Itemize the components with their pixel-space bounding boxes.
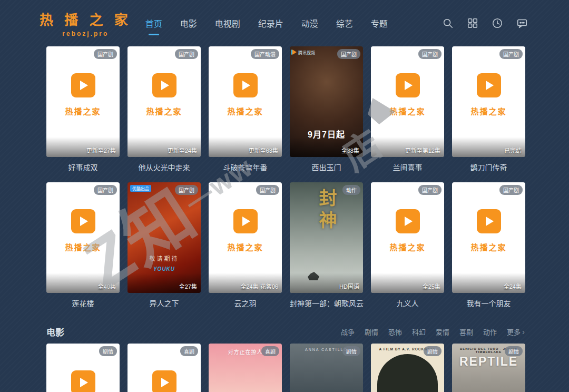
nav-item-5[interactable]: 综艺 [336, 17, 353, 30]
category-badge: 喜剧 [180, 346, 198, 356]
video-card-poster[interactable]: ANNA CASTILLO剧情 [290, 344, 363, 392]
video-card-poster[interactable]: 热播之家 国产剧 全24集 [452, 182, 525, 293]
video-card[interactable]: 热播之家 国产剧 更新至24集 他从火光中走来 [127, 46, 201, 182]
site-logo[interactable]: 热 播 之 家 rebozj.pro [40, 9, 132, 37]
video-card-poster[interactable]: 热播之家 喜剧 [127, 344, 201, 392]
video-card[interactable]: 热播之家 喜剧 [127, 344, 201, 392]
video-card[interactable]: 腾讯视频9月7日起国产剧 全38集 西出玉门 [290, 46, 363, 182]
placeholder-brand-text: 热播之家 [227, 241, 263, 252]
search-icon[interactable] [442, 17, 454, 29]
genre-filter-1[interactable]: 剧情 [365, 327, 378, 337]
poster-text: 9月7日起 [290, 128, 363, 140]
genre-filter-2[interactable]: 恐怖 [388, 327, 402, 337]
video-card-poster[interactable]: A FILM BY A.V. ROCKWELLTeyana TaylorA TH… [371, 344, 444, 392]
nav-item-3[interactable]: 纪录片 [258, 17, 283, 30]
episode-status-label: 更新至24集 [168, 146, 197, 154]
play-button-icon [71, 209, 95, 233]
placeholder-brand-text: 热播之家 [389, 105, 425, 116]
video-card[interactable]: 热播之家 国产剧 更新至第12集 兰闺喜事 [371, 46, 444, 182]
video-card-poster[interactable]: 热播之家 剧情 [46, 344, 120, 392]
video-card-title: 好事成双 [46, 163, 120, 172]
video-card-poster[interactable]: 热播之家 国产剧 更新至24集 [127, 46, 201, 157]
placeholder-brand-text: 热播之家 [65, 241, 101, 252]
genre-filter-0[interactable]: 战争 [341, 327, 355, 337]
site-logo-title: 热 播 之 家 [40, 9, 132, 28]
video-card[interactable]: 热播之家 国产剧 全24集 花絮06 云之羽 [209, 182, 282, 318]
category-badge: 剧情 [342, 346, 360, 356]
video-card-poster[interactable]: BENICIO DEL TORO · JUSTIN TIMBERLAKEREPT… [452, 344, 525, 392]
play-button-icon [152, 73, 176, 97]
placeholder-brand-text: 热播之家 [227, 105, 263, 116]
nav-item-4[interactable]: 动漫 [301, 17, 318, 30]
video-card-poster[interactable]: 对方正在撩人喜剧 [209, 344, 282, 392]
play-button-icon [477, 73, 501, 97]
placeholder-brand-text: 热播之家 [389, 241, 425, 252]
video-card-title: 九义人 [371, 299, 444, 308]
video-card-poster[interactable]: 封神动作 HD国语 [290, 182, 363, 293]
header-actions [442, 17, 528, 29]
video-card-poster[interactable]: 热播之家 国产动漫 更新至63集 [209, 46, 282, 157]
video-card-title: 鹊刀门传奇 [452, 163, 525, 172]
play-button-icon [71, 370, 95, 392]
poster-text: REPTILE [452, 355, 525, 369]
category-badge: 国产剧 [175, 49, 198, 59]
video-card-poster[interactable]: 热播之家 国产剧 全25集 [371, 182, 444, 293]
video-card[interactable]: 热播之家 国产动漫 更新至63集 斗破苍穹年番 [209, 46, 282, 182]
genre-filter-5[interactable]: 喜剧 [459, 327, 473, 337]
play-button-icon [71, 73, 95, 97]
category-badge: 国产剧 [418, 185, 442, 195]
history-icon[interactable] [492, 17, 503, 29]
genre-filter-6[interactable]: 动作 [483, 327, 497, 337]
category-badge: 国产剧 [94, 185, 117, 195]
nav-item-2[interactable]: 电视剧 [215, 17, 240, 30]
video-card[interactable]: BENICIO DEL TORO · JUSTIN TIMBERLAKEREPT… [452, 344, 525, 392]
play-button-icon [152, 370, 176, 392]
video-card-poster[interactable]: 热播之家 国产剧 更新至27集 [46, 46, 120, 157]
video-card[interactable]: 封神动作 HD国语 封神第一部：朝歌风云 [290, 182, 363, 318]
episode-status-label: 全24集 花絮06 [240, 282, 278, 290]
nav-item-0[interactable]: 首页 [145, 17, 162, 30]
genre-filter-3[interactable]: 科幻 [412, 327, 426, 337]
feedback-icon[interactable] [516, 17, 528, 29]
video-card[interactable]: 热播之家 国产剧 更新至27集 好事成双 [46, 46, 120, 182]
category-badge: 喜剧 [261, 346, 279, 356]
video-card[interactable]: 热播之家 国产剧 已完结 鹊刀门传奇 [452, 46, 525, 182]
video-card-poster[interactable]: 热播之家 国产剧 全40集 [46, 182, 120, 293]
placeholder-brand-text: 热播之家 [146, 105, 182, 116]
video-card-poster[interactable]: 热播之家 国产剧 更新至第12集 [371, 46, 444, 157]
movie-genre-filters: 战争剧情恐怖科幻爱情喜剧动作更多› [341, 327, 525, 337]
play-button-icon [233, 209, 258, 233]
episode-status-label: 更新至第12集 [405, 146, 440, 154]
video-card[interactable]: 热播之家 国产剧 全24集 我有一个朋友 [452, 182, 525, 318]
movie-card-grid: 热播之家 剧情 热播之家 喜剧 对方正在撩人喜剧 ANNA CASTILLO剧情 [46, 344, 525, 392]
video-card[interactable]: A FILM BY A.V. ROCKWELLTeyana TaylorA TH… [371, 344, 444, 392]
genre-filter-more[interactable]: 更多› [507, 327, 525, 337]
top-navigation-bar: 热 播 之 家 rebozj.pro 首页电影电视剧纪录片动漫综艺专题 [0, 0, 569, 46]
category-badge: 国产剧 [94, 49, 117, 59]
video-card-poster[interactable]: 优酷出品敬请期待YOUKU国产剧 全27集 [127, 182, 201, 293]
nav-item-6[interactable]: 专题 [371, 17, 388, 30]
play-button-icon [396, 209, 420, 233]
video-card-poster[interactable]: 热播之家 国产剧 已完结 [452, 46, 525, 157]
category-badge: 国产剧 [256, 185, 279, 195]
category-badge: 国产剧 [499, 185, 523, 195]
video-card[interactable]: ANNA CASTILLO剧情 [290, 344, 363, 392]
video-card[interactable]: 热播之家 国产剧 全40集 莲花楼 [46, 182, 120, 318]
video-card[interactable]: 热播之家 剧情 [46, 344, 120, 392]
video-card-title: 西出玉门 [290, 163, 363, 172]
video-card-title: 云之羽 [209, 299, 282, 308]
episode-status-label: 全38集 [341, 146, 359, 154]
video-card[interactable]: 热播之家 国产剧 全25集 九义人 [371, 182, 444, 318]
poster-text: 腾讯视频 [298, 50, 315, 55]
category-badge: 国产剧 [418, 49, 442, 59]
category-badge: 剧情 [99, 346, 117, 356]
video-card-poster[interactable]: 热播之家 国产剧 全24集 花絮06 [209, 182, 282, 293]
apps-grid-icon[interactable] [467, 17, 478, 29]
poster-provider-logo-icon [292, 50, 297, 55]
genre-filter-4[interactable]: 爱情 [436, 327, 449, 337]
episode-status-label: 已完结 [504, 146, 522, 154]
video-card-poster[interactable]: 腾讯视频9月7日起国产剧 全38集 [290, 46, 363, 157]
video-card[interactable]: 优酷出品敬请期待YOUKU国产剧 全27集 异人之下 [127, 182, 201, 318]
nav-item-1[interactable]: 电影 [180, 17, 197, 30]
video-card[interactable]: 对方正在撩人喜剧 [209, 344, 282, 392]
